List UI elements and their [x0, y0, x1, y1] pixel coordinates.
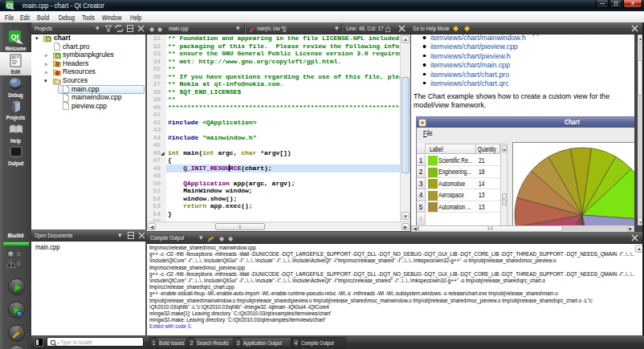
- svg-text:Qt: Qt: [47, 37, 51, 41]
- svg-text:Qt: Qt: [56, 54, 60, 58]
